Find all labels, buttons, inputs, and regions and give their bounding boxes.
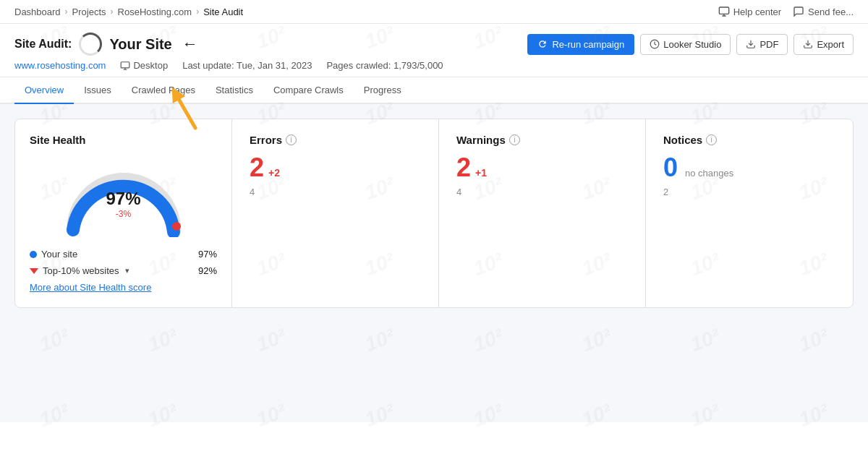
site-meta: www.rosehosting.com Desktop Last update:…: [14, 60, 854, 71]
warnings-number: 2: [456, 155, 471, 181]
send-feedback-button[interactable]: Send fee...: [793, 6, 854, 17]
warnings-prev: 4: [456, 187, 628, 197]
legend-top10: Top-10% websites ▾ 92%: [30, 265, 217, 276]
help-center-button[interactable]: Help center: [718, 6, 781, 17]
site-name: Your Site: [109, 36, 171, 53]
notices-title: Notices: [663, 134, 702, 146]
gauge-percent: 97%: [106, 189, 140, 209]
tab-issues[interactable]: Issues: [74, 77, 122, 104]
warnings-header: Warnings i: [456, 134, 628, 146]
errors-delta: +2: [268, 167, 280, 179]
looker-icon: [650, 39, 660, 49]
errors-main: 2 +2: [250, 155, 421, 181]
errors-number: 2: [250, 155, 264, 181]
gauge-chart: 97% -3%: [59, 158, 189, 237]
last-update: Last update: Tue, Jan 31, 2023: [182, 60, 312, 71]
breadcrumb-sep-3: ›: [196, 7, 199, 17]
main-content: Site Health 97%: [0, 104, 868, 422]
pdf-icon: [746, 39, 756, 49]
pdf-button[interactable]: PDF: [736, 34, 788, 55]
loading-spinner: [79, 33, 102, 56]
legend-value-your-site: 97%: [198, 249, 217, 260]
arrow-annotation: ←: [182, 35, 198, 53]
tabs-bar: Overview Issues Crawled Pages Statistics…: [0, 77, 868, 104]
site-title-area: Site Audit: Your Site ←: [14, 33, 198, 56]
tab-overview[interactable]: Overview: [14, 77, 74, 104]
gauge-center-text: 97% -3%: [106, 189, 140, 219]
tab-crawled-pages[interactable]: Crawled Pages: [122, 77, 205, 104]
breadcrumb-rosehosting[interactable]: RoseHosting.com: [118, 7, 192, 17]
legend-triangle-top10: [30, 268, 38, 274]
looker-studio-button[interactable]: Looker Studio: [640, 34, 731, 55]
notices-header: Notices i: [663, 134, 835, 146]
site-health-card: Site Health 97%: [15, 119, 232, 307]
notices-number: 0: [663, 155, 678, 181]
tab-progress[interactable]: Progress: [354, 77, 412, 104]
errors-card: Errors i 2 +2 4: [232, 119, 439, 307]
errors-header: Errors i: [250, 134, 421, 146]
more-about-site-health-link[interactable]: More about Site Health score: [30, 282, 217, 293]
chevron-down-icon: ▾: [125, 266, 129, 275]
warnings-title: Warnings: [456, 134, 506, 146]
top-actions: Help center Send fee...: [718, 6, 854, 17]
message-icon: [793, 6, 804, 17]
legend-value-top10: 92%: [198, 265, 217, 276]
site-health-title: Site Health: [30, 134, 217, 146]
breadcrumb-sep-2: ›: [111, 7, 114, 17]
rerun-campaign-button[interactable]: Re-run campaign: [527, 34, 634, 55]
errors-info-icon[interactable]: i: [286, 134, 297, 145]
site-audit-label: Site Audit:: [14, 38, 72, 51]
pages-crawled: Pages crawled: 1,793/5,000: [326, 60, 443, 71]
notices-info-icon[interactable]: i: [706, 134, 717, 145]
header-buttons: Re-run campaign Looker Studio PDF Export: [527, 34, 854, 55]
notices-main: 0 no changes: [663, 155, 835, 181]
breadcrumb-dashboard[interactable]: Dashboard: [14, 7, 61, 17]
site-url[interactable]: www.rosehosting.com: [14, 60, 106, 71]
notices-card: Notices i 0 no changes 2: [646, 119, 853, 307]
meta-device: Desktop: [120, 60, 168, 71]
tab-compare-crawls[interactable]: Compare Crawls: [263, 77, 354, 104]
legend-your-site: Your site 97%: [30, 249, 217, 260]
site-header: Site Audit: Your Site ← Re-run campaign …: [0, 24, 868, 77]
breadcrumb-sep-1: ›: [65, 7, 68, 17]
tab-statistics[interactable]: Statistics: [205, 77, 263, 104]
breadcrumb-projects[interactable]: Projects: [72, 7, 106, 17]
warnings-info-icon[interactable]: i: [509, 134, 520, 145]
breadcrumb: Dashboard › Projects › RoseHosting.com ›…: [14, 7, 243, 17]
help-icon: [718, 6, 730, 17]
gauge-delta: -3%: [106, 209, 140, 219]
refresh-icon: [537, 39, 548, 49]
notices-status: no changes: [685, 168, 733, 179]
legend-dot-your-site: [30, 251, 37, 258]
warnings-card: Warnings i 2 +1 4: [439, 119, 646, 307]
export-button[interactable]: Export: [793, 34, 854, 55]
svg-rect-0: [719, 7, 728, 14]
errors-prev: 4: [250, 187, 421, 197]
breadcrumb-current: Site Audit: [203, 7, 243, 17]
notices-prev: 2: [663, 187, 835, 197]
top-bar: Dashboard › Projects › RoseHosting.com ›…: [0, 0, 868, 24]
legend-label-your-site: Your site: [41, 249, 77, 260]
svg-rect-4: [122, 61, 130, 67]
svg-point-7: [172, 222, 181, 231]
desktop-icon: [120, 61, 130, 71]
export-icon: [803, 39, 813, 49]
warnings-delta: +1: [475, 167, 487, 179]
legend-label-top10: Top-10% websites: [43, 265, 119, 276]
warnings-main: 2 +1: [456, 155, 628, 181]
metrics-cards-grid: Site Health 97%: [14, 119, 854, 308]
gauge-container: 97% -3%: [30, 158, 217, 237]
errors-title: Errors: [250, 134, 282, 146]
